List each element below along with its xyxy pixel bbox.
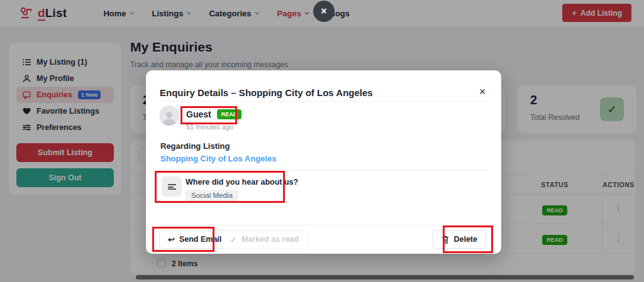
enquiry-answer-tag: Social Media bbox=[186, 190, 238, 201]
enquiry-timestamp: 51 minutes ago bbox=[186, 123, 233, 131]
regarding-listing-link[interactable]: Shopping City of Los Angeles bbox=[160, 154, 276, 163]
modal-title: Enquiry Details – Shopping City of Los A… bbox=[160, 87, 373, 98]
modal-close-button[interactable]: × bbox=[475, 84, 490, 99]
regarding-listing-label: Regarding Listing bbox=[160, 141, 230, 151]
marked-as-read-button[interactable]: ✓ Marked as read bbox=[221, 230, 308, 249]
reply-arrow-icon: ↩ bbox=[168, 236, 175, 244]
enquiry-details-modal: Enquiry Details – Shopping City of Los A… bbox=[146, 70, 501, 254]
overlay-close-button[interactable]: × bbox=[313, 1, 335, 22]
app-window: dList Home Listings Categories Pages Blo… bbox=[0, 0, 644, 282]
divider bbox=[146, 225, 501, 225]
sender-row: Guest READ bbox=[186, 109, 242, 119]
delete-button[interactable]: Delete bbox=[433, 230, 486, 249]
divider bbox=[160, 101, 487, 102]
sender-name: Guest bbox=[186, 109, 211, 119]
enquiry-question: Where did you hear about us? bbox=[186, 178, 298, 187]
send-email-button[interactable]: ↩ Send Email bbox=[159, 230, 230, 249]
sender-status-badge: READ bbox=[217, 109, 242, 119]
trash-icon bbox=[441, 236, 449, 244]
align-left-icon bbox=[162, 176, 182, 197]
sender-avatar bbox=[159, 106, 179, 126]
check-icon: ✓ bbox=[230, 236, 237, 244]
divider bbox=[160, 170, 487, 170]
